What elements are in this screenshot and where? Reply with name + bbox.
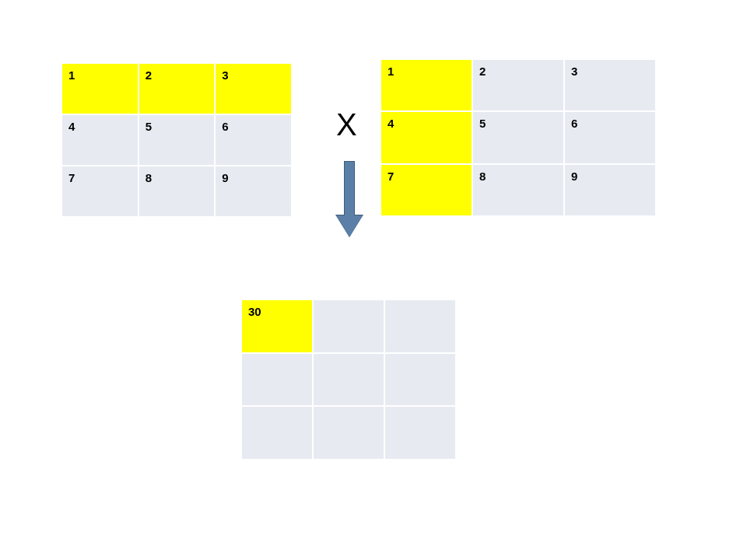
matrix-right-cell-2: 3 [565, 60, 655, 110]
matrix-right-cell-1: 2 [473, 60, 563, 110]
matrix-left-cell-3: 4 [62, 115, 138, 165]
matrix-left-cell-5: 6 [216, 115, 291, 165]
matrix-result-cell-8 [385, 407, 455, 459]
arrow-down-icon [336, 161, 363, 239]
matrix-right: 1 2 3 4 5 6 7 8 9 [381, 60, 655, 215]
matrix-right-cell-3: 4 [381, 112, 472, 163]
matrix-result: 30 [242, 300, 455, 459]
matrix-result-cell-2 [385, 300, 455, 352]
matrix-left-cell-4: 5 [139, 115, 215, 165]
matrix-result-cell-0: 30 [242, 300, 312, 352]
matrix-left-cell-1: 2 [139, 64, 215, 114]
matrix-left-cell-8: 9 [216, 166, 291, 216]
matrix-result-cell-7 [314, 407, 384, 459]
matrix-left-cell-2: 3 [216, 64, 291, 114]
matrix-result-cell-3 [242, 354, 312, 406]
matrix-right-cell-8: 9 [565, 165, 655, 215]
matrix-left: 1 2 3 4 5 6 7 8 9 [62, 64, 291, 216]
matrix-left-cell-6: 7 [62, 166, 138, 216]
matrix-right-cell-6: 7 [381, 165, 472, 215]
matrix-result-cell-1 [314, 300, 384, 352]
matrix-right-cell-4: 5 [473, 112, 563, 163]
matrix-left-cell-0: 1 [62, 64, 138, 114]
matrix-right-cell-7: 8 [473, 165, 563, 215]
matrix-right-cell-0: 1 [381, 60, 472, 110]
matrix-right-cell-5: 6 [565, 112, 655, 163]
matrix-result-cell-5 [385, 354, 455, 406]
matrix-left-cell-7: 8 [139, 166, 215, 216]
matrix-result-cell-4 [314, 354, 384, 406]
multiply-operator: X [336, 107, 357, 142]
matrix-result-cell-6 [242, 407, 312, 459]
